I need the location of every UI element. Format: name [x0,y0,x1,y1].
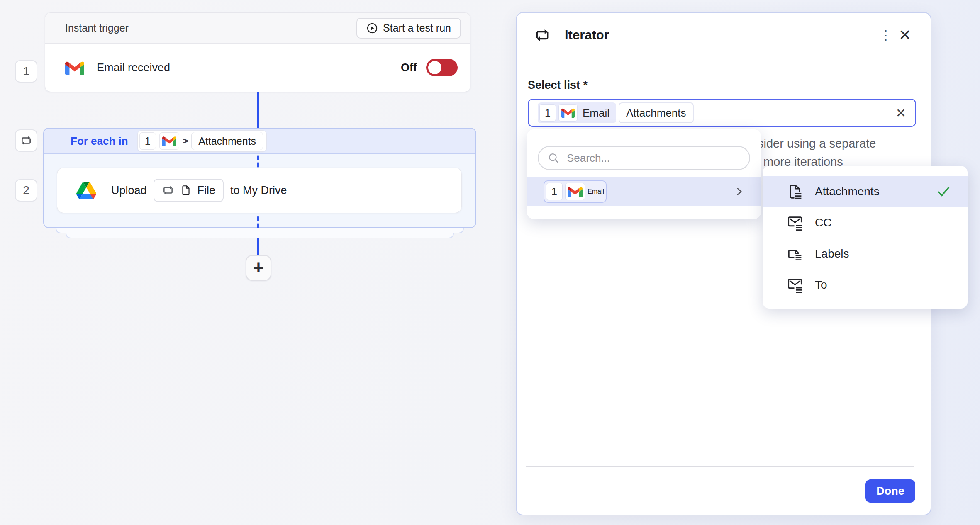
loop-step-badge [15,129,37,152]
submenu-item-label: Labels [815,247,951,260]
done-button-label: Done [876,485,904,498]
submenu-item-attachments[interactable]: Attachments [763,176,968,207]
pill-field-chip: Attachments [619,102,694,123]
upload-file-card[interactable]: Upload File to My Drive [57,168,462,213]
iterator-icon [534,28,551,42]
variable-picker-dropdown: 1 Email [527,129,761,219]
gmail-chip [558,104,578,122]
gmail-icon [65,61,84,75]
trigger-card-header: Instant trigger Start a test run [45,13,470,44]
add-step-button[interactable]: + [246,255,271,281]
loop-icon [162,185,174,196]
trigger-card-body: Email received Off [45,44,470,92]
workflow-builder-screen: 1 2 Instant trigger Start a test run Ema… [0,0,980,525]
done-button[interactable]: Done [865,479,915,503]
trigger-step-title: Email received [97,61,401,74]
panel-menu-button[interactable]: ⋮ [877,27,895,43]
submenu-item-cc[interactable]: CC [763,207,968,238]
plus-icon: + [253,258,264,277]
panel-title: Iterator [565,28,877,43]
start-test-run-label: Start a test run [383,22,451,34]
toggle-state-label: Off [401,61,417,74]
select-list-input[interactable]: 1 Email Attachments ✕ [528,99,916,127]
gmail-icon [162,136,176,146]
check-icon [936,185,951,198]
step-2-badge: 2 [15,179,37,202]
toggle-knob [428,61,441,74]
for-each-header[interactable]: For each in 1 > Attachments [44,129,475,154]
search-icon [548,152,559,164]
pill-app-label: Email [580,107,614,119]
connector-line-bottom [257,238,259,255]
start-test-run-button[interactable]: Start a test run [356,18,461,39]
kebab-icon: ⋮ [879,27,892,43]
submenu-item-to[interactable]: To [763,269,968,300]
clear-input-button[interactable]: ✕ [896,106,906,120]
for-each-label: For each in [71,135,128,148]
pill-step-index: 1 [546,183,563,200]
trigger-card[interactable]: Instant trigger Start a test run Email r… [45,12,470,92]
file-chip-label: File [197,184,216,197]
helper-text-line1: sider using a separate [758,137,876,151]
email-step-pill: 1 Email [544,180,607,203]
select-list-field-label: Select list * [528,79,588,92]
upload-destination-label: to My Drive [230,184,287,197]
panel-footer-divider [526,466,914,467]
breadcrumb-separator: > [183,136,188,147]
chevron-right-icon [734,186,744,197]
loop-source-step-index: 1 [139,132,156,150]
dotted-connector [257,216,259,221]
mail-list-icon [787,214,803,231]
selected-variable-pill[interactable]: 1 Email [538,102,616,123]
panel-close-button[interactable]: ✕ [895,27,915,44]
submenu-item-label: Attachments [815,185,936,198]
field-submenu: Attachments CC Labels To [763,166,968,309]
close-icon: ✕ [899,27,911,44]
loop-icon [20,135,32,146]
file-list-icon [787,183,803,200]
gmail-icon [561,108,575,118]
google-drive-icon [76,182,96,199]
gmail-icon [568,186,583,197]
file-icon [180,185,192,196]
connector-line-top [257,92,259,128]
mail-list-icon [787,276,803,294]
dropdown-search-box[interactable] [538,146,750,170]
loop-stack-layer [56,228,464,233]
file-variable-chip[interactable]: File [154,179,224,202]
dotted-connector [257,162,259,168]
loop-stack-layer [66,233,454,238]
dotted-connector [257,155,259,160]
upload-action-label: Upload [111,184,147,197]
trigger-enabled-toggle[interactable] [426,59,458,76]
pill-step-index: 1 [539,104,556,122]
gmail-chip [159,132,179,150]
trigger-type-label: Instant trigger [65,22,356,34]
label-list-icon [787,245,803,262]
submenu-item-label: To [815,278,951,292]
step-1-badge: 1 [15,60,37,83]
loop-source-field-chip: Attachments [191,132,263,150]
submenu-item-labels[interactable]: Labels [763,238,968,269]
loop-source-chip-group[interactable]: 1 > Attachments [137,130,267,152]
dropdown-item-email[interactable]: 1 Email [527,177,761,206]
panel-header: Iterator ⋮ ✕ [516,12,931,58]
submenu-item-label: CC [815,216,951,229]
play-icon [366,22,378,34]
step-2-number: 2 [23,184,29,197]
search-input[interactable] [566,151,725,165]
pill-app-label: Email [588,188,604,195]
gmail-chip [565,183,585,200]
step-1-number: 1 [23,65,29,78]
